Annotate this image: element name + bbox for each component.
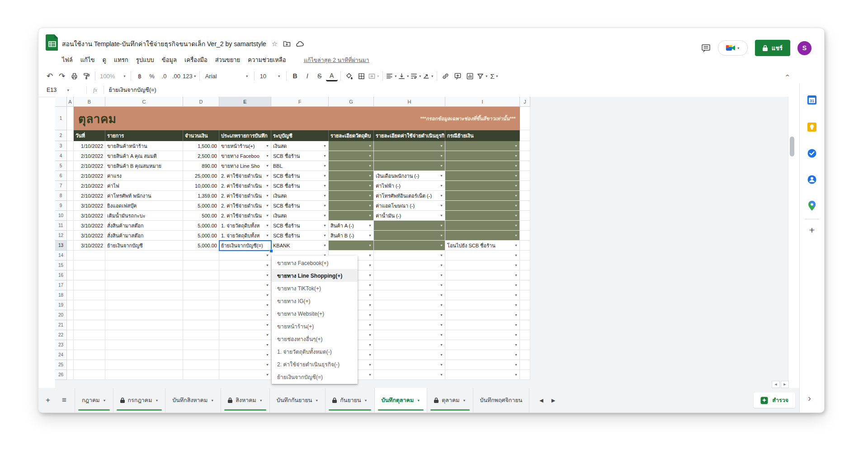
fill-handle[interactable]	[269, 249, 273, 253]
cell-dropdown-icon[interactable]: ▼	[514, 264, 518, 267]
cell-dropdown-icon[interactable]: ▼	[514, 373, 518, 376]
cell[interactable]	[67, 161, 74, 171]
cell[interactable]: ▼	[374, 290, 445, 300]
cell-dropdown-icon[interactable]: ▼	[322, 174, 326, 177]
cell[interactable]: ขายทาง Faceboo▼	[219, 151, 271, 161]
cell[interactable]: 1,500.00	[183, 141, 219, 151]
cell[interactable]: ▼	[329, 151, 374, 161]
cell-dropdown-icon[interactable]: ▼	[265, 323, 269, 327]
cell-dropdown-icon[interactable]: ▼	[322, 144, 326, 147]
cell[interactable]: ▼	[445, 360, 520, 370]
cell-dropdown-icon[interactable]: ▼	[514, 303, 518, 307]
cell[interactable]: ▼	[445, 181, 520, 191]
cell[interactable]	[520, 350, 530, 360]
row-header[interactable]: 22	[55, 330, 67, 340]
cell[interactable]: 1. จ่ายวัตถุดิบทั้งห▼	[219, 231, 271, 241]
cell-dropdown-icon[interactable]: ▼	[265, 214, 269, 217]
cell-dropdown-icon[interactable]: ▼	[514, 184, 518, 187]
cell[interactable]	[105, 370, 183, 380]
cell[interactable]: 5,000.00	[183, 201, 219, 211]
select-all-corner[interactable]	[55, 97, 67, 107]
cell[interactable]	[183, 300, 219, 310]
row-header[interactable]: 9	[55, 201, 67, 211]
cell-dropdown-icon[interactable]: ▼	[439, 164, 443, 167]
cell[interactable]: ▼	[445, 290, 520, 300]
row-header[interactable]: 14	[55, 251, 67, 261]
sheet-tab[interactable]: บันทึกกันยายน▼	[270, 388, 326, 412]
cell[interactable]: BBL▼	[271, 161, 329, 171]
sheet-tab[interactable]: บันทึกสิงหาคม▼	[165, 388, 221, 412]
cell[interactable]	[74, 360, 105, 370]
cell[interactable]	[67, 290, 74, 300]
cell-dropdown-icon[interactable]: ▼	[265, 294, 269, 297]
cell[interactable]	[183, 350, 219, 360]
cell-dropdown-icon[interactable]: ▼	[439, 144, 443, 147]
cell[interactable]: เงินสด▼	[271, 191, 329, 201]
prev-tabs-icon[interactable]: ◀	[539, 398, 543, 403]
cell[interactable]: 2. ค่าใช้จ่ายดำเนิน▼	[219, 171, 271, 181]
tab-menu-arrow[interactable]: ▼	[463, 399, 466, 402]
cell[interactable]	[520, 191, 530, 201]
cell-dropdown-icon[interactable]: ▼	[439, 254, 443, 257]
cell-dropdown-icon[interactable]: ▼	[514, 154, 518, 157]
cell[interactable]	[74, 370, 105, 380]
cell[interactable]: ▼	[329, 171, 374, 181]
cell-dropdown-icon[interactable]: ▼	[514, 144, 518, 147]
row-header[interactable]: 26	[55, 370, 67, 380]
cell-dropdown-icon[interactable]: ▼	[265, 343, 269, 346]
cell[interactable]: 2/10/2022	[74, 171, 105, 181]
dropdown-item[interactable]: ขายทาง Website(+)	[272, 307, 358, 320]
cell[interactable]	[520, 280, 530, 290]
cell[interactable]: ▼	[445, 161, 520, 171]
cell[interactable]	[67, 251, 74, 261]
cell[interactable]: 1/10/2022	[74, 141, 105, 151]
cell[interactable]: ▼	[445, 300, 520, 310]
cell[interactable]	[67, 270, 74, 280]
cell[interactable]: ▼	[445, 280, 520, 290]
maps-icon[interactable]	[806, 200, 818, 212]
cell[interactable]: ▼	[219, 330, 271, 340]
row-header[interactable]: 25	[55, 360, 67, 370]
cell[interactable]: ▼	[374, 340, 445, 350]
cell[interactable]: ▼	[219, 261, 271, 270]
cell-dropdown-icon[interactable]: ▼	[322, 184, 326, 187]
cell[interactable]	[520, 370, 530, 380]
all-sheets-icon[interactable]: ≡	[57, 393, 71, 407]
cell[interactable]: ▼	[445, 340, 520, 350]
cell[interactable]	[67, 320, 74, 330]
row-header[interactable]: 17	[55, 280, 67, 290]
cell[interactable]: ▼	[445, 270, 520, 280]
cell-dropdown-icon[interactable]: ▼	[322, 194, 326, 197]
cell[interactable]: ▼	[219, 320, 271, 330]
cell[interactable]: ▼	[445, 151, 520, 161]
cell-dropdown-icon[interactable]: ▼	[368, 184, 372, 187]
cell[interactable]: ▼	[219, 310, 271, 320]
cell-dropdown-icon[interactable]: ▼	[368, 144, 372, 147]
sheet-tab[interactable]: กันยายน▼	[326, 388, 374, 412]
cell[interactable]: 2. ค่าใช้จ่ายดำเนิน▼	[219, 181, 271, 191]
cell-dropdown-icon[interactable]: ▼	[439, 174, 443, 177]
column-header-i[interactable]: I	[445, 97, 520, 107]
row-header[interactable]: 5	[55, 161, 67, 171]
sheet-tab[interactable]: ตุลาคม▼	[427, 388, 473, 412]
cell[interactable]	[67, 221, 74, 231]
cell[interactable]: ▼	[445, 350, 520, 360]
cell[interactable]: ▼	[374, 370, 445, 380]
cell-dropdown-icon[interactable]: ▼	[265, 313, 269, 317]
cell-dropdown-icon[interactable]: ▼	[439, 323, 443, 327]
cell-dropdown-icon[interactable]: ▼	[514, 284, 518, 287]
tasks-icon[interactable]	[806, 147, 818, 159]
cell[interactable]	[67, 241, 74, 251]
cell[interactable]: ค่าโทรศัพท์อินเตอร์เน็ต (-)▼	[374, 191, 445, 201]
cell-dropdown-icon[interactable]: ▼	[265, 164, 269, 167]
tab-menu-arrow[interactable]: ▼	[364, 399, 368, 402]
cell[interactable]: 2. ค่าใช้จ่ายดำเนิน▼	[219, 191, 271, 201]
cell[interactable]: 890.00	[183, 161, 219, 171]
column-header-j[interactable]: J	[520, 97, 530, 107]
row-header[interactable]: 2	[55, 130, 67, 141]
cell[interactable]: 1. จ่ายวัตถุดิบทั้งห▼	[219, 221, 271, 231]
cell-dropdown-icon[interactable]: ▼	[368, 154, 372, 157]
column-header-f[interactable]: F	[271, 97, 329, 107]
cell[interactable]: สินค้า B (-)▼	[329, 231, 374, 241]
cell[interactable]: ค่าโทรศัพท์ พนักงาน	[105, 191, 183, 201]
